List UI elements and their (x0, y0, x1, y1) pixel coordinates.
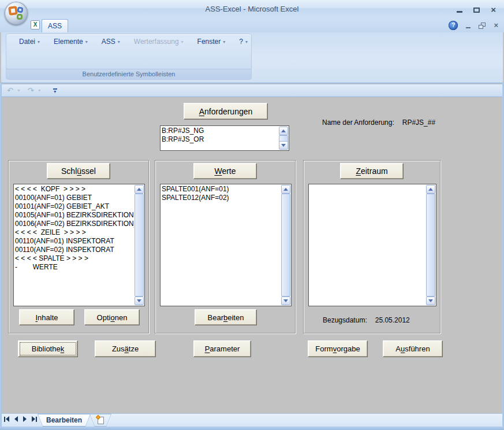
title-bar: ASS-Excel - Microsoft Excel × (0, 0, 504, 17)
list-item[interactable]: < < < < ZEILE > > > > (15, 228, 134, 237)
redo-icon[interactable]: ↷ (28, 85, 34, 97)
name-label: Name der Anforderung: (322, 118, 394, 127)
schluessel-listbox[interactable]: < < < < KOPF > > > >00100(ANF=01) GEBIET… (13, 184, 145, 306)
chevron-down-icon (281, 144, 286, 147)
redo-dropdown-icon[interactable]: ▼ (38, 88, 42, 92)
menu-elemente[interactable]: Elemente ▾ (54, 38, 88, 46)
scroll-down-button[interactable] (281, 296, 290, 305)
undo-dropdown-icon[interactable]: ▼ (17, 88, 21, 92)
sheet-tab-bearbeiten[interactable]: Bearbeiten (38, 414, 91, 427)
insert-worksheet-icon (98, 417, 104, 424)
first-sheet-button[interactable] (4, 416, 9, 422)
zusaetze-button[interactable]: Zusätze (95, 340, 156, 357)
list-item[interactable]: 00101(ANF=02) GEBIET_AKT (15, 202, 134, 211)
window-border-bottom (0, 427, 504, 430)
workbook-minimize-icon[interactable] (466, 27, 471, 28)
toolbar-overflow-icon[interactable]: ▼ (53, 88, 57, 93)
werte-frame: Werte SPALTE001(ANF=01)SPALTE012(ANF=02)… (155, 160, 296, 333)
anforderungen-listbox[interactable]: B:RP#JS_NGB:RP#JS_OR (160, 125, 289, 151)
chevron-down-icon (428, 299, 433, 302)
bearbeiten-button[interactable]: Bearbeiten (195, 309, 257, 325)
schluessel-button[interactable]: Schlüssel (47, 163, 110, 179)
chevron-down-icon: ▾ (118, 39, 120, 45)
chevron-down-icon: ▾ (223, 39, 225, 45)
menu-werterfassung: Werterfassung ▾ (134, 38, 184, 46)
list-item[interactable]: 00106(ANF=02) BEZIRKSDIREKTION_AKT (15, 220, 134, 228)
bezugsdatum: Bezugsdatum: 25.05.2012 (323, 316, 410, 324)
excel-app-icon[interactable]: X (31, 20, 40, 29)
name-der-anforderung: Name der Anforderung: RP#JS_## (322, 118, 435, 127)
scroll-down-button[interactable] (135, 296, 144, 305)
bibliothek-button[interactable]: Bibliothek (18, 340, 78, 357)
office-button[interactable] (5, 2, 28, 25)
workbook-close-icon[interactable]: × (494, 22, 498, 29)
custom-toolbars-group: Datei ▾ Elemente ▾ ASS ▾ Werterfassung ▾… (6, 34, 252, 80)
menu-fenster[interactable]: Fenster ▾ (197, 38, 226, 46)
list-item[interactable]: SPALTE012(ANF=02) (162, 194, 281, 202)
maximize-icon[interactable] (473, 8, 480, 13)
list-item[interactable]: B:RP#JS_NG (162, 127, 278, 135)
zeitraum-button[interactable]: Zeitraum (340, 163, 404, 179)
vertical-scrollbar[interactable] (135, 185, 144, 305)
scroll-thumb[interactable] (426, 194, 435, 296)
anforderungen-button[interactable]: Anforderungen (184, 103, 268, 120)
optionen-button[interactable]: Optionen (84, 309, 140, 325)
werte-listbox[interactable]: SPALTE001(ANF=01)SPALTE012(ANF=02) (160, 184, 292, 306)
scroll-up-button[interactable] (281, 185, 290, 194)
tab-ass[interactable]: ASS (42, 19, 68, 32)
menu-ass[interactable]: ASS ▾ (102, 38, 120, 46)
chevron-down-icon: ▾ (85, 39, 88, 45)
list-item[interactable]: SPALTE001(ANF=01) (162, 185, 281, 194)
undo-icon[interactable]: ↶ (7, 85, 13, 97)
formvorgabe-button[interactable]: Formvorgabe (308, 340, 368, 357)
sheet-tab-bar: Bearbeiten (2, 413, 502, 427)
list-item[interactable]: - WERTE (15, 263, 134, 272)
quick-access-toolbar: ↶ ▼ ↷ ▼ ▼ (1, 84, 503, 97)
ribbon-tab-row (0, 17, 504, 32)
list-item[interactable]: 00110(ANF=01) INSPEKTORAT (15, 237, 134, 246)
scroll-up-button[interactable] (135, 185, 144, 194)
scroll-down-button[interactable] (279, 141, 288, 150)
parameter-button[interactable]: Parameter (193, 340, 251, 357)
scroll-thumb[interactable] (281, 194, 290, 296)
last-sheet-button[interactable] (32, 416, 37, 422)
minimize-icon[interactable] (457, 11, 462, 13)
bezugsdatum-value: 25.05.2012 (375, 316, 410, 324)
chevron-up-icon (281, 129, 286, 132)
workbook-restore-icon[interactable] (479, 23, 486, 29)
list-item[interactable]: B:RP#JS_OR (162, 135, 278, 144)
list-item[interactable]: < < < < SPALTE > > > > (15, 254, 134, 263)
insert-worksheet-tab[interactable] (89, 414, 111, 427)
close-icon[interactable]: × (491, 7, 496, 13)
scroll-thumb[interactable] (135, 194, 144, 296)
vertical-scrollbar[interactable] (426, 185, 435, 305)
list-item[interactable]: 00100(ANF=01) GEBIET (15, 194, 134, 202)
excel-window: ASS-Excel - Microsoft Excel × X ASS ? × … (0, 0, 504, 430)
bezugsdatum-label: Bezugsdatum: (323, 316, 367, 324)
list-item[interactable]: < < < < KOPF > > > > (15, 185, 134, 194)
previous-sheet-button[interactable] (14, 416, 18, 422)
ribbon: Datei ▾ Elemente ▾ ASS ▾ Werterfassung ▾… (1, 32, 503, 83)
zeitraum-listbox[interactable] (308, 184, 436, 306)
menu-hilfe[interactable]: ? ▾ (239, 38, 248, 46)
next-sheet-button[interactable] (23, 416, 27, 422)
chevron-up-icon (283, 188, 288, 191)
scroll-up-button[interactable] (426, 185, 435, 194)
vertical-scrollbar[interactable] (279, 127, 288, 150)
ausfuehren-button[interactable]: Ausführen (383, 340, 443, 357)
scroll-down-button[interactable] (426, 296, 435, 305)
list-item[interactable]: 00105(ANF=01) BEZIRKSDIREKTION (15, 211, 134, 220)
menu-datei[interactable]: Datei ▾ (19, 38, 40, 46)
list-item[interactable]: 00110(ANF=02) INSPEKTORAT (15, 246, 134, 254)
vertical-scrollbar[interactable] (281, 185, 290, 305)
chevron-down-icon: ▾ (181, 39, 184, 45)
help-icon[interactable]: ? (449, 21, 458, 30)
scroll-up-button[interactable] (279, 127, 288, 135)
window-title: ASS-Excel - Microsoft Excel (0, 5, 504, 13)
zeitraum-frame: Zeitraum Bezugsdatum: 25.05.2012 (303, 160, 440, 333)
werte-button[interactable]: Werte (193, 163, 257, 179)
chevron-down-icon: ▾ (245, 39, 248, 45)
inhalte-button[interactable]: Inhalte (19, 309, 74, 325)
chevron-up-icon (428, 188, 433, 191)
chevron-down-icon (137, 299, 141, 302)
